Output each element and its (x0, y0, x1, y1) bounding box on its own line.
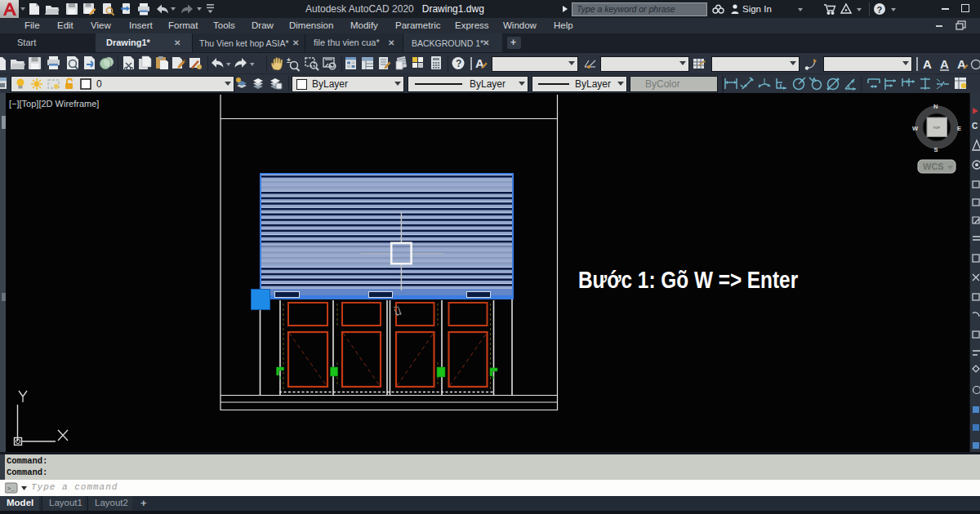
svg-text:W: W (912, 125, 919, 132)
svg-text:?: ? (456, 58, 461, 69)
svg-text:TOP: TOP (933, 126, 941, 130)
svg-text:?: ? (877, 5, 883, 15)
svg-text:A: A (957, 57, 966, 71)
svg-text:Sign In: Sign In (742, 4, 772, 14)
svg-text:E: E (957, 125, 961, 132)
svg-text:S: S (934, 146, 938, 153)
svg-text:>_: >_ (7, 485, 16, 492)
svg-text:±: ± (287, 56, 291, 64)
svg-text:N: N (933, 103, 938, 110)
svg-text:C: C (972, 122, 978, 131)
svg-text:A: A (923, 57, 932, 71)
svg-text:A: A (940, 57, 949, 71)
svg-text:WCS: WCS (923, 162, 944, 171)
